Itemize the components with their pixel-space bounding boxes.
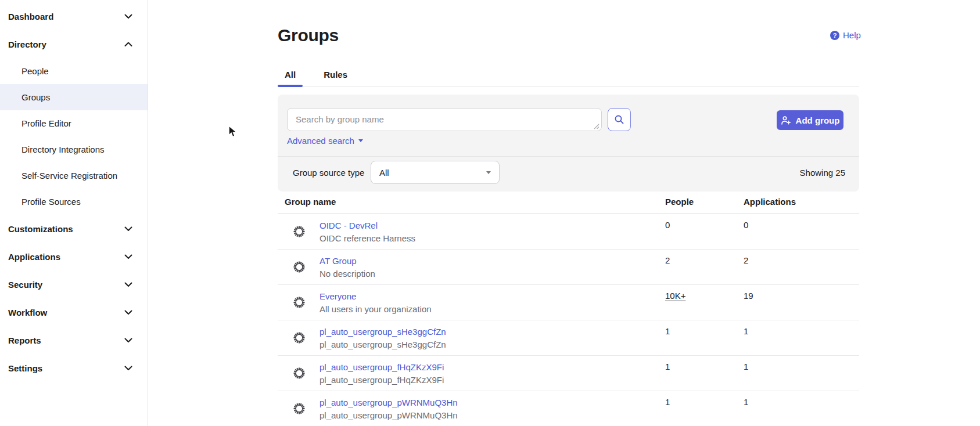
add-group-label: Add group [796,115,840,125]
people-count-link[interactable]: 10K+ [665,291,685,301]
sidebar-item-people[interactable]: People [0,58,148,84]
group-name-link[interactable]: Everyone [320,290,356,302]
tab-label: All [285,70,296,80]
search-button[interactable] [608,108,631,131]
group-description: No description [320,268,375,280]
sidebar: Dashboard Directory People Groups Profil… [0,0,148,426]
group-icon [293,225,306,238]
sidebar-item-label: Profile Editor [21,118,71,128]
sidebar-item-label: Reports [8,335,41,345]
tab-all[interactable]: All [278,63,303,86]
chevron-down-icon [124,14,132,19]
group-description: All users in your organization [320,303,432,315]
applications-count: 1 [744,397,748,407]
add-group-button[interactable]: Add group [777,110,843,130]
people-count: 1 [665,397,670,407]
sidebar-item-dashboard[interactable]: Dashboard [0,2,148,30]
table-row: Everyone All users in your organization … [278,285,859,320]
mouse-cursor [228,125,237,138]
sidebar-item-applications[interactable]: Applications [0,243,148,270]
sidebar-item-label: Dashboard [8,12,53,21]
advanced-search-link[interactable]: Advanced search [287,136,363,146]
sidebar-item-label: Customizations [8,224,73,234]
sidebar-item-label: Profile Sources [21,197,81,207]
page-title: Groups [278,26,339,45]
tab-label: Rules [324,70,347,80]
group-icon [293,402,306,415]
chevron-down-icon [124,310,132,315]
column-header-people: People [665,197,694,207]
column-header-group-name: Group name [285,197,336,207]
sidebar-item-customizations[interactable]: Customizations [0,215,148,243]
group-name-link[interactable]: pl_auto_usergroup_pWRNMuQ3Hn [320,396,458,409]
sidebar-item-label: Self-Service Registration [21,171,117,180]
tab-bar: All Rules [278,63,859,86]
sidebar-item-label: Security [8,280,42,290]
sidebar-item-self-service-registration[interactable]: Self-Service Registration [0,163,148,189]
sidebar-item-label: Settings [8,363,42,373]
applications-count: 2 [744,255,748,265]
column-header-applications: Applications [744,197,796,207]
sidebar-item-settings[interactable]: Settings [0,354,148,382]
sidebar-item-reports[interactable]: Reports [0,326,148,354]
help-link[interactable]: ? Help [830,30,861,40]
sidebar-item-security[interactable]: Security [0,270,148,298]
showing-count: Showing 25 [800,161,845,184]
active-tab-underline [278,85,303,87]
people-count: 1 [665,326,670,336]
group-description: pl_auto_usergroup_fHqZKzX9Fi [320,374,444,386]
tab-rules[interactable]: Rules [317,63,354,86]
group-name-link[interactable]: pl_auto_usergroup_fHqZKzX9Fi [320,361,444,373]
sidebar-item-directory-integrations[interactable]: Directory Integrations [0,136,148,163]
people-count: 1 [665,362,670,371]
group-name-link[interactable]: AT Group [320,255,357,267]
add-user-icon [781,115,791,125]
chevron-down-icon [124,254,132,259]
sidebar-item-label: Directory [8,39,46,49]
table-row: pl_auto_usergroup_fHqZKzX9Fi pl_auto_use… [278,356,859,391]
table-row: pl_auto_usergroup_pWRNMuQ3Hn pl_auto_use… [278,391,859,426]
table-row: AT Group No description 2 2 [278,250,859,285]
sidebar-item-directory[interactable]: Directory [0,30,148,58]
chevron-down-icon [124,226,132,232]
sidebar-item-profile-sources[interactable]: Profile Sources [0,189,148,215]
sidebar-item-label: Directory Integrations [21,145,105,154]
group-name-link[interactable]: OIDC - DevRel [320,219,378,232]
table-header-row: Group name People Applications [278,192,859,214]
applications-count: 0 [744,220,748,230]
panel-divider [278,156,859,157]
group-source-type-select[interactable]: All [371,161,500,184]
group-source-type-label: Group source type [293,161,364,184]
sidebar-item-label: Groups [21,92,50,102]
sidebar-item-label: Workflow [8,308,47,317]
applications-count: 19 [744,291,753,301]
group-icon [293,331,306,344]
search-filter-panel: Advanced search Add group Group source t… [278,95,859,192]
groups-table: Group name People Applications OIDC - De… [278,192,859,426]
people-count: 0 [665,220,670,230]
group-icon [293,367,306,380]
people-count: 2 [665,255,670,265]
sidebar-item-label: Applications [8,252,60,262]
chevron-down-icon [124,366,132,371]
chevron-up-icon [124,42,132,47]
chevron-down-icon [124,338,132,343]
table-row: pl_auto_usergroup_sHe3ggCfZn pl_auto_use… [278,320,859,356]
sidebar-item-groups[interactable]: Groups [0,84,148,110]
caret-down-icon [358,139,363,142]
group-description: pl_auto_usergroup_pWRNMuQ3Hn [320,409,458,421]
caret-down-icon [486,171,491,174]
search-input[interactable] [287,108,602,131]
sidebar-item-label: People [21,66,49,76]
sidebar-item-workflow[interactable]: Workflow [0,298,148,326]
table-row: OIDC - DevRel OIDC reference Harness 0 0 [278,214,859,250]
chevron-down-icon [124,282,132,287]
group-icon [293,261,306,273]
group-description: OIDC reference Harness [320,232,415,244]
advanced-search-label: Advanced search [287,136,354,146]
applications-count: 1 [744,326,748,336]
group-name-link[interactable]: pl_auto_usergroup_sHe3ggCfZn [320,326,446,338]
applications-count: 1 [744,362,748,371]
help-label: Help [843,30,861,40]
sidebar-item-profile-editor[interactable]: Profile Editor [0,110,148,136]
